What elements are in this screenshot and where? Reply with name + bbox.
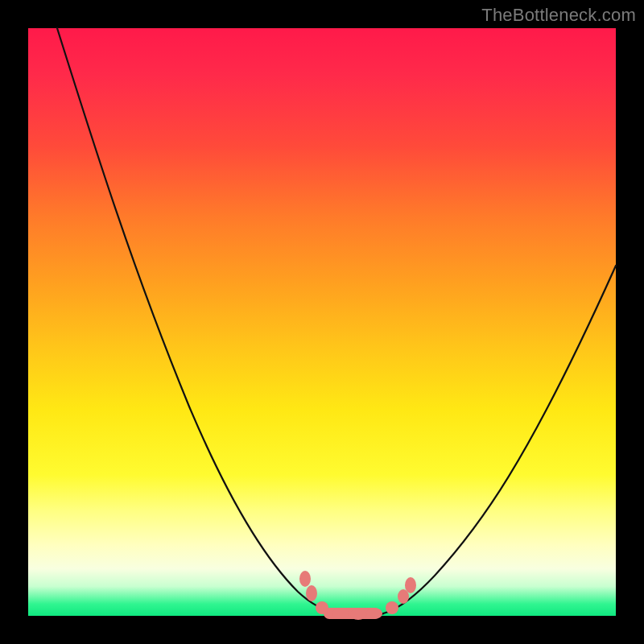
marker-point xyxy=(366,608,382,619)
watermark-text: TheBottleneck.com xyxy=(481,5,636,26)
marker-point xyxy=(386,601,398,614)
marker-point xyxy=(332,608,349,619)
marker-point xyxy=(350,609,366,620)
marker-point xyxy=(299,571,311,587)
chart-svg xyxy=(28,28,616,616)
plot-area xyxy=(28,28,616,616)
right-curve xyxy=(381,266,616,614)
chart-frame: TheBottleneck.com xyxy=(0,0,644,644)
left-curve xyxy=(57,28,338,614)
marker-point xyxy=(405,577,416,593)
marker-point xyxy=(316,601,328,614)
marker-point xyxy=(306,585,317,601)
